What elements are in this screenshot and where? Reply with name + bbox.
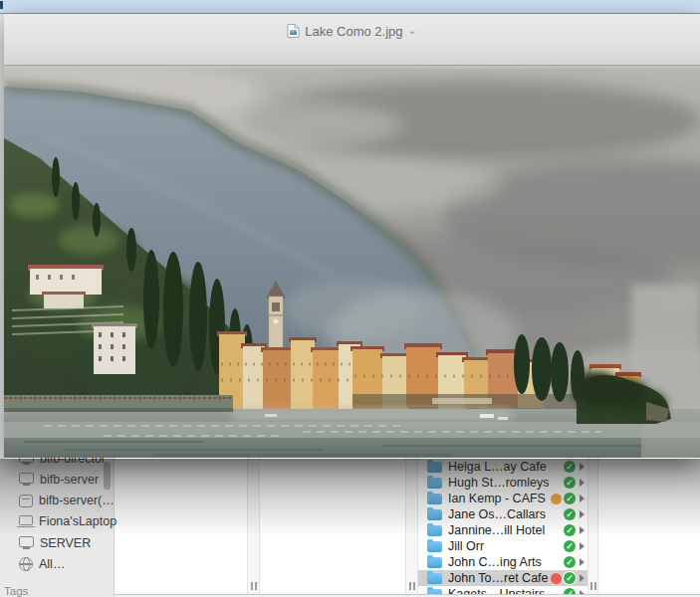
file-row[interactable]: Ian Kemp - CAFS ✓	[418, 491, 587, 506]
display-icon	[19, 536, 34, 547]
file-row[interactable]: Hugh St…romleys ✓	[418, 475, 587, 491]
folder-icon	[427, 494, 442, 504]
globe-icon	[19, 557, 33, 571]
pending-badge	[551, 494, 562, 504]
disclosure-arrow-icon	[580, 495, 584, 502]
laptop-icon	[19, 515, 33, 525]
disclosure-arrow-icon	[580, 479, 584, 487]
column-divider-handle[interactable]	[590, 582, 596, 590]
file-row[interactable]: John To…ret Cafe ✓	[418, 570, 587, 586]
folder-icon	[427, 478, 442, 489]
column-divider-handle[interactable]	[409, 582, 415, 590]
file-row[interactable]: Helga L…ay Cafe ✓	[418, 459, 587, 475]
quicklook-window: Lake Como 2.jpg ⌄	[4, 14, 700, 459]
file-row[interactable]: Jane Os…Callars ✓	[418, 506, 587, 522]
tags-section-label: Tags	[4, 585, 28, 597]
synced-badge: ✓	[564, 461, 576, 473]
synced-badge: ✓	[564, 508, 576, 520]
lake-como-photo	[4, 66, 700, 458]
disclosure-arrow-icon	[580, 526, 584, 534]
folder-icon	[427, 557, 442, 568]
background-window-edge	[0, 1, 3, 9]
column-divider-handle[interactable]	[251, 582, 257, 590]
window-title: Lake Como 2.jpg	[305, 24, 402, 39]
file-row[interactable]: Jill Orr ✓	[418, 538, 587, 554]
synced-badge: ✓	[564, 524, 576, 536]
screen: bifb-director bifb-server bifb-server(… …	[0, 0, 700, 597]
sidebar-item-server[interactable]: SERVER	[0, 532, 114, 553]
disclosure-arrow-icon	[580, 463, 584, 471]
folder-icon	[427, 541, 442, 552]
synced-badge: ✓	[564, 556, 576, 568]
disclosure-arrow-icon	[580, 574, 584, 582]
error-badge	[551, 573, 562, 584]
disclosure-arrow-icon	[580, 510, 584, 518]
folder-icon	[427, 573, 442, 584]
file-row[interactable]: Jannine…ill Hotel ✓	[418, 522, 587, 538]
timecapsule-icon	[19, 495, 33, 507]
synced-badge: ✓	[564, 572, 576, 584]
display-icon	[19, 473, 34, 484]
synced-badge: ✓	[564, 493, 576, 504]
folder-icon	[427, 509, 442, 520]
sidebar-item-fiona-slaptop[interactable]: Fiona'sLaptop	[0, 511, 114, 532]
jpeg-document-icon	[287, 23, 300, 39]
quicklook-titlebar[interactable]: Lake Como 2.jpg ⌄	[4, 14, 700, 66]
disclosure-arrow-icon	[580, 542, 584, 550]
disclosure-arrow-icon	[580, 558, 584, 566]
folder-icon	[427, 525, 442, 536]
file-row[interactable]: John C…ing Arts ✓	[418, 554, 587, 570]
sidebar-scrollbar[interactable]	[104, 462, 111, 490]
folder-icon	[427, 462, 442, 473]
file-list: Helga L…ay Cafe ✓ Hugh St…romleys ✓ Ian …	[418, 459, 587, 597]
synced-badge: ✓	[564, 477, 576, 489]
background-window-strip	[0, 0, 700, 14]
synced-badge: ✓	[564, 540, 576, 552]
sidebar-item-bifb-server[interactable]: bifb-server(…	[0, 491, 114, 511]
sidebar-item-bifb-server[interactable]: bifb-server	[0, 469, 114, 490]
sidebar-item-all[interactable]: All…	[0, 554, 114, 575]
title-chevron-button[interactable]: ⌄	[408, 24, 417, 37]
